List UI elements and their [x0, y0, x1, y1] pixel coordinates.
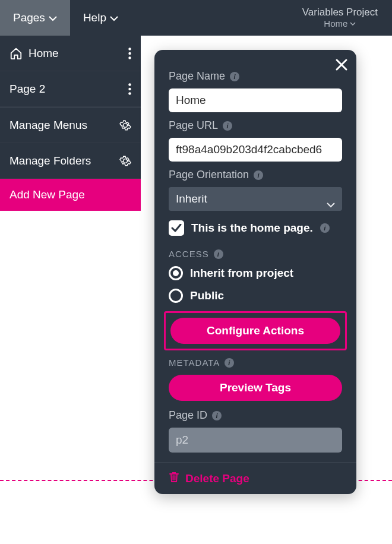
help-menu-tab[interactable]: Help [70, 0, 131, 36]
info-icon[interactable]: i [225, 358, 234, 368]
access-radio-inherit[interactable]: Inherit from project [169, 266, 342, 280]
info-icon[interactable]: i [212, 411, 222, 420]
sidebar-item-manage-folders[interactable]: Manage Folders [0, 143, 141, 179]
radio-label: Inherit from project [190, 267, 293, 280]
chevron-down-icon [49, 11, 57, 24]
breadcrumb-label: Home [324, 18, 347, 29]
chevron-down-icon [110, 11, 118, 24]
breadcrumb: Home [324, 18, 356, 29]
select-value: Inherit [176, 192, 207, 205]
label-text: Page ID [169, 409, 207, 422]
sidebar-item-manage-menus[interactable]: Manage Menus [0, 107, 141, 143]
trash-icon [169, 471, 179, 486]
info-icon[interactable]: i [223, 121, 232, 131]
chevron-down-icon [350, 22, 356, 26]
delete-page-button[interactable]: Delete Page [154, 462, 356, 486]
page-name-label: Page Name i [169, 70, 342, 83]
sidebar-item-label: Home [29, 47, 122, 60]
checkbox-label: This is the home page. [191, 222, 313, 235]
radio-button[interactable] [169, 289, 183, 303]
gear-icon [119, 119, 131, 131]
svg-point-4 [128, 87, 131, 90]
access-radio-public[interactable]: Public [169, 289, 342, 303]
access-section-header: ACCESS i [169, 249, 342, 259]
page-settings-panel: Page Name i Page URL i Page Orientation … [154, 50, 356, 494]
svg-point-3 [128, 83, 131, 86]
top-bar: Pages Help Variables Project Home [0, 0, 392, 36]
gear-icon [119, 155, 131, 167]
more-icon[interactable] [128, 83, 131, 95]
svg-point-1 [128, 52, 131, 54]
page-id-input [169, 428, 342, 453]
close-button[interactable] [335, 58, 348, 74]
page-orientation-label: Page Orientation i [169, 169, 342, 181]
sidebar-item-page2[interactable]: Page 2 [0, 71, 141, 107]
sidebar-item-label: Page 2 [10, 83, 122, 96]
configure-actions-button[interactable]: Configure Actions [170, 318, 340, 344]
section-header-text: METADATA [169, 358, 220, 368]
chevron-down-icon [327, 198, 335, 211]
configure-actions-highlight: Configure Actions [164, 311, 347, 350]
info-icon[interactable]: i [320, 223, 330, 233]
button-label: Configure Actions [207, 324, 304, 337]
label-text: Page Orientation [169, 169, 249, 181]
pages-menu-label: Pages [13, 11, 45, 24]
radio-label: Public [190, 289, 224, 302]
page-orientation-select[interactable]: Inherit [169, 187, 342, 211]
more-icon[interactable] [128, 48, 131, 59]
help-menu-label: Help [83, 11, 106, 24]
button-label: Preview Tags [220, 381, 291, 394]
project-title-block[interactable]: Variables Project Home [302, 0, 392, 36]
sidebar-item-label: Manage Folders [10, 154, 113, 167]
sidebar-item-home[interactable]: Home [0, 36, 141, 71]
preview-tags-button[interactable]: Preview Tags [169, 375, 342, 401]
svg-point-0 [128, 48, 131, 50]
page-id-label: Page ID i [169, 409, 342, 422]
radio-button[interactable] [169, 266, 183, 280]
close-icon [335, 58, 348, 71]
info-icon[interactable]: i [254, 170, 263, 180]
checkbox[interactable] [169, 220, 184, 236]
svg-point-5 [128, 92, 131, 94]
add-new-page-button[interactable]: Add New Page [0, 179, 141, 211]
sidebar-item-label: Manage Menus [10, 119, 113, 132]
delete-page-label: Delete Page [185, 472, 249, 485]
sidebar-item-label: Add New Page [10, 188, 131, 201]
page-url-label: Page URL i [169, 119, 342, 132]
pages-menu-tab[interactable]: Pages [0, 0, 70, 36]
pages-sidebar: Home Page 2 Manage Menus Manage Folders … [0, 36, 141, 211]
svg-point-2 [128, 56, 131, 59]
label-text: Page URL [169, 119, 218, 132]
home-page-checkbox-row[interactable]: This is the home page. i [169, 220, 342, 236]
home-icon [10, 47, 23, 60]
info-icon[interactable]: i [214, 249, 223, 259]
section-header-text: ACCESS [169, 249, 209, 259]
project-title: Variables Project [302, 7, 378, 18]
label-text: Page Name [169, 70, 225, 83]
info-icon[interactable]: i [230, 72, 239, 81]
page-name-input[interactable] [169, 88, 342, 112]
metadata-section-header: METADATA i [169, 358, 342, 368]
check-icon [171, 224, 182, 232]
page-url-input[interactable] [169, 138, 342, 162]
